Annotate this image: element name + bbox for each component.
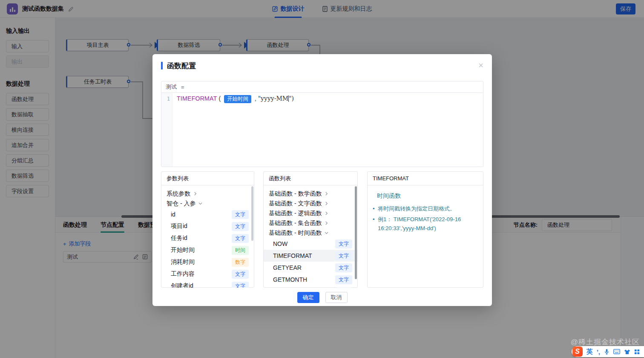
watermark: @稀土掘金技术社区 — [571, 337, 640, 347]
param-row[interactable]: 消耗时间数字 — [161, 256, 254, 268]
type-badge: 文字 — [335, 275, 352, 284]
param-row[interactable]: id文字 — [161, 208, 254, 220]
function-doc-panel: TIMEFORMAT 时间函数 将时间戳转换为指定日期格式。 例1： TIMEF… — [367, 171, 483, 288]
doc-bullet: 将时间戳转换为指定日期格式。 — [373, 204, 478, 213]
ime-toolbar[interactable]: S 英 ’, — [572, 346, 644, 357]
keyboard-icon[interactable] — [613, 349, 620, 354]
formula-editor[interactable]: 测试 = 1 TIMEFORMAT ( 开始时间 , "yyyy-MM") — [161, 81, 483, 167]
type-badge: 文字 — [335, 240, 352, 248]
type-badge: 文字 — [335, 251, 352, 260]
param-row[interactable]: 创建者id文字 — [161, 280, 254, 288]
scrollbar-thumb[interactable] — [355, 186, 357, 279]
chevron-down-icon — [325, 231, 328, 235]
param-group-system[interactable]: 系统参数 — [161, 189, 254, 199]
function-row-getmonth[interactable]: GETMONTH文字 — [264, 274, 357, 286]
lparen-token: ( — [218, 95, 221, 102]
ime-language-toggle[interactable]: 英 — [586, 348, 593, 356]
doc-category: 时间函数 — [377, 192, 483, 200]
formula-field-name: 测试 — [166, 83, 177, 91]
param-row[interactable]: 工作内容文字 — [161, 268, 254, 280]
chevron-right-icon — [193, 192, 197, 196]
microphone-icon[interactable] — [604, 349, 610, 355]
type-badge: 文字 — [232, 210, 249, 219]
string-close-token: ") — [289, 95, 294, 102]
function-category-text[interactable]: 基础函数 - 文字函数 — [264, 199, 357, 208]
chevron-down-icon — [198, 202, 202, 205]
confirm-button[interactable]: 确定 — [297, 292, 319, 303]
close-icon[interactable]: × — [478, 61, 483, 69]
function-row-getyear[interactable]: GETYEAR文字 — [264, 262, 357, 274]
function-config-modal: 函数配置 × 测试 = 1 TIMEFORMAT ( 开始时间 , "yyyy-… — [152, 54, 492, 306]
doc-bullets: 将时间戳转换为指定日期格式。 例1： TIMEFORMAT('2022-09-1… — [368, 204, 483, 233]
scrollbar-thumb[interactable] — [251, 186, 253, 241]
type-badge: 文字 — [232, 282, 249, 288]
chevron-right-icon — [325, 211, 328, 215]
string-token: "yyyy-MM — [258, 95, 288, 102]
function-row-now[interactable]: NOW文字 — [264, 238, 357, 250]
type-badge: 时间 — [232, 246, 249, 255]
line-number: 1 — [161, 93, 172, 167]
type-badge: 文字 — [232, 234, 249, 243]
title-accent-bar — [161, 62, 163, 69]
param-row[interactable]: 项目id文字 — [161, 220, 254, 232]
type-badge: 文字 — [335, 287, 352, 288]
type-badge: 文字 — [232, 270, 249, 279]
equals-sign: = — [181, 84, 184, 90]
function-row-timeformat[interactable]: TIMEFORMAT文字 — [264, 250, 357, 262]
function-row-getday[interactable]: GETDAY文字 — [264, 286, 357, 288]
type-badge: 数字 — [232, 258, 249, 267]
function-category-math[interactable]: 基础函数 - 数学函数 — [264, 189, 357, 199]
modal-title: 函数配置 — [167, 61, 196, 71]
type-badge: 文字 — [232, 222, 249, 231]
function-token: TIMEFORMAT — [177, 95, 217, 102]
chevron-right-icon — [325, 202, 328, 205]
doc-bullet: 例1： TIMEFORMAT('2022-09-16 16:20:33','yy… — [373, 215, 478, 233]
chevron-right-icon — [325, 221, 328, 225]
chevron-right-icon — [325, 192, 328, 196]
field-chip[interactable]: 开始时间 — [224, 95, 251, 103]
sogou-logo-icon[interactable]: S — [572, 346, 583, 357]
cancel-button[interactable]: 取消 — [325, 292, 348, 303]
type-badge: 文字 — [335, 263, 352, 272]
param-row[interactable]: 开始时间时间 — [161, 244, 254, 256]
params-panel-title: 参数列表 — [161, 172, 254, 185]
comma-token: , — [255, 95, 256, 102]
param-row[interactable]: 任务id文字 — [161, 232, 254, 244]
function-category-time[interactable]: 基础函数 - 时间函数 — [264, 228, 357, 238]
doc-panel-title: TIMEFORMAT — [368, 172, 483, 185]
param-group-input[interactable]: 智仓 - 入参 — [161, 199, 254, 208]
formula-line[interactable]: TIMEFORMAT ( 开始时间 , "yyyy-MM") — [172, 93, 483, 167]
menu-grid-icon[interactable] — [634, 349, 640, 355]
functions-panel-title: 函数列表 — [264, 172, 357, 185]
punctuation-icon[interactable]: ’, — [597, 348, 600, 355]
function-category-set[interactable]: 基础函数 - 集合函数 — [264, 218, 357, 228]
params-panel: 参数列表 系统参数 智仓 - 入参 id文字 项目id文字 任务id文字 开始时… — [161, 171, 254, 288]
functions-panel: 函数列表 基础函数 - 数学函数 基础函数 - 文字函数 基础函数 - 逻辑函数… — [263, 171, 358, 288]
function-category-logic[interactable]: 基础函数 - 逻辑函数 — [264, 208, 357, 218]
skin-tshirt-icon[interactable] — [624, 349, 630, 355]
